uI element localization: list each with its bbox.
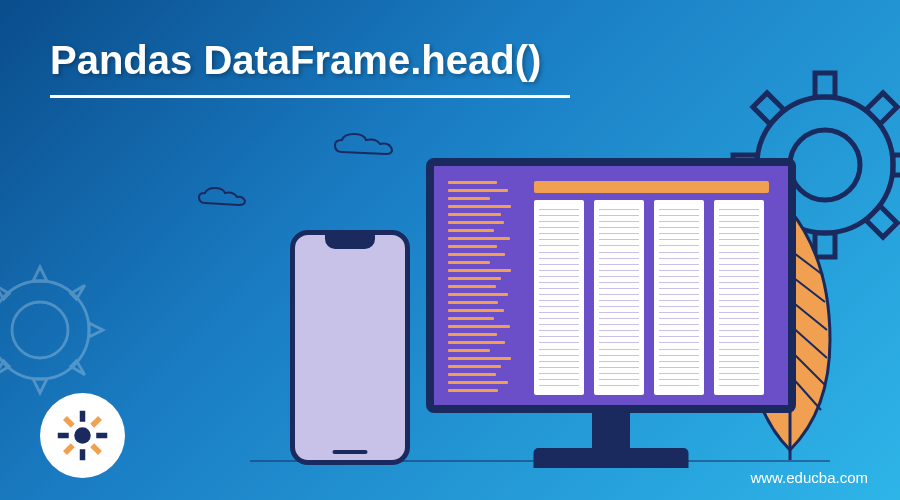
screen-columns (534, 200, 764, 395)
monitor-screen (426, 158, 796, 413)
monitor-stand-base (534, 448, 689, 468)
page-title: Pandas DataFrame.head() (50, 38, 541, 83)
phone-notch (325, 235, 375, 249)
svg-point-35 (74, 427, 91, 444)
svg-rect-41 (63, 443, 75, 455)
phone-illustration (290, 230, 410, 465)
screen-left-lines (448, 181, 518, 397)
cloud-icon (195, 185, 250, 210)
watermark-url: www.educba.com (750, 469, 868, 486)
banner-container: Pandas DataFrame.head() (0, 0, 900, 500)
gear-icon-left (0, 260, 110, 400)
svg-rect-7 (893, 155, 900, 175)
svg-point-0 (12, 302, 68, 358)
svg-rect-37 (80, 449, 86, 460)
screen-top-bar (534, 181, 769, 193)
monitor-stand-neck (592, 408, 630, 448)
svg-rect-43 (90, 443, 102, 455)
educba-logo (40, 393, 125, 478)
svg-rect-11 (866, 206, 897, 237)
cloud-icon (330, 130, 400, 160)
monitor-illustration (426, 158, 796, 468)
svg-rect-42 (63, 416, 75, 428)
logo-icon (55, 408, 110, 463)
svg-rect-4 (815, 73, 835, 97)
svg-rect-40 (90, 416, 102, 428)
title-underline (50, 95, 570, 98)
svg-point-2 (790, 130, 860, 200)
svg-rect-36 (80, 411, 86, 422)
svg-rect-8 (866, 93, 897, 124)
svg-rect-38 (58, 433, 69, 439)
phone-home-indicator (333, 450, 368, 454)
svg-rect-10 (753, 93, 784, 124)
svg-rect-39 (96, 433, 107, 439)
